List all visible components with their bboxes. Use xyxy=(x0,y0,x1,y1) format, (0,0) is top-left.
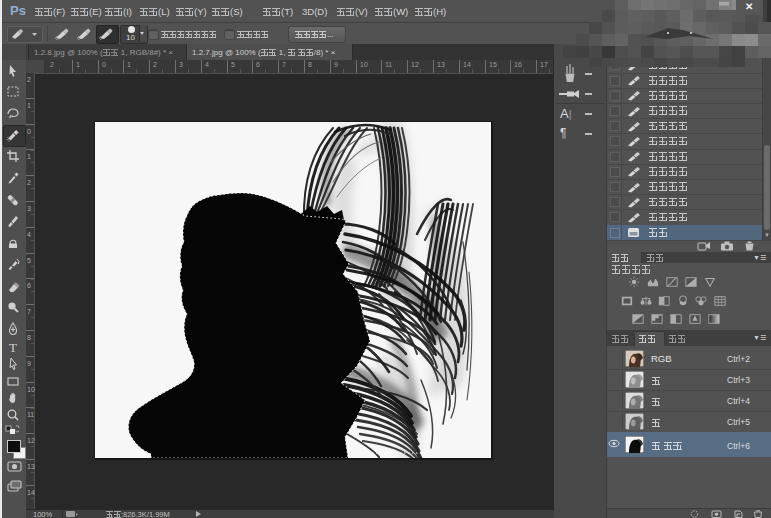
svg-text:T: T xyxy=(9,340,17,355)
